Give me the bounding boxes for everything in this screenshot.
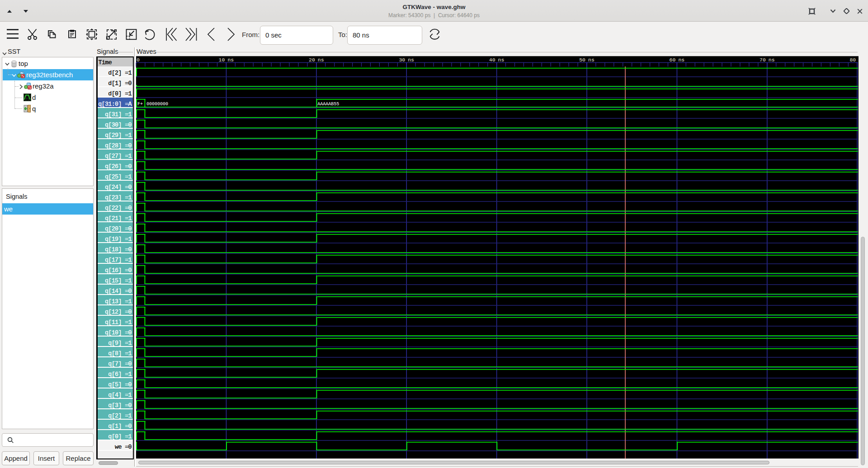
svg-text:0: 0 [137, 57, 140, 63]
svg-text:ns: ns [498, 57, 505, 63]
svg-text:30: 30 [399, 57, 405, 63]
svg-text:AAAAAB55: AAAAAB55 [317, 102, 339, 107]
svg-text:00000000: 00000000 [146, 102, 168, 107]
svg-text:50: 50 [579, 57, 585, 63]
svg-text:ns: ns [678, 57, 684, 63]
svg-text:80: 80 [849, 57, 856, 63]
svg-text:ns: ns [859, 57, 865, 63]
svg-text:20: 20 [309, 57, 315, 63]
svg-text:70: 70 [760, 57, 766, 63]
svg-text:60: 60 [670, 57, 676, 63]
svg-text:ns: ns [227, 57, 234, 63]
svg-text:F+: F+ [137, 102, 143, 107]
svg-text:ns: ns [318, 57, 324, 63]
svg-text:40: 40 [489, 57, 495, 63]
svg-text:10: 10 [219, 57, 225, 63]
svg-text:ns: ns [769, 57, 775, 63]
svg-text:ns: ns [408, 57, 414, 63]
svg-text:ns: ns [588, 57, 594, 63]
